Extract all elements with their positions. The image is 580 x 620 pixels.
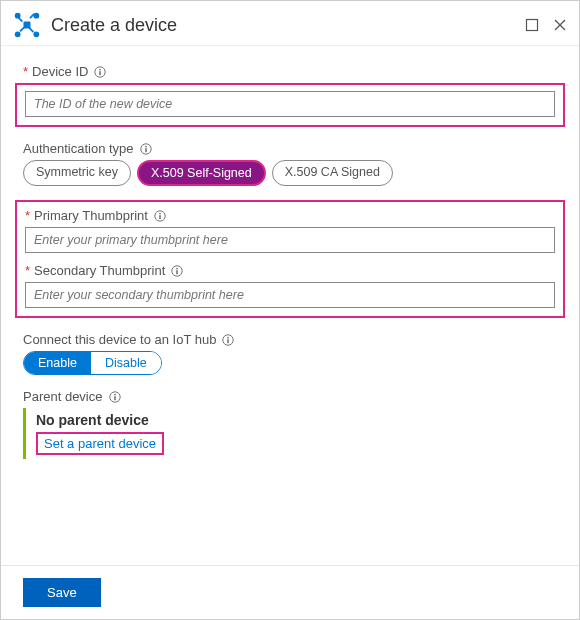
required-star: * <box>23 64 28 79</box>
info-icon[interactable] <box>94 66 106 78</box>
set-parent-device-link[interactable]: Set a parent device <box>36 432 164 455</box>
auth-option-symmetric[interactable]: Symmetric key <box>23 160 131 186</box>
info-icon[interactable] <box>222 334 234 346</box>
svg-point-19 <box>159 212 161 214</box>
svg-point-28 <box>114 393 116 395</box>
svg-point-22 <box>176 267 178 269</box>
save-button[interactable]: Save <box>23 578 101 607</box>
connect-disable[interactable]: Disable <box>91 352 161 374</box>
svg-rect-26 <box>228 339 230 343</box>
connect-enable[interactable]: Enable <box>24 352 91 374</box>
primary-thumbprint-input[interactable] <box>25 227 555 253</box>
svg-rect-17 <box>145 148 147 152</box>
svg-rect-9 <box>527 20 538 31</box>
required-star: * <box>25 263 30 278</box>
close-icon[interactable] <box>553 18 567 32</box>
device-id-label: * Device ID <box>23 64 557 79</box>
info-icon[interactable] <box>140 143 152 155</box>
maximize-icon[interactable] <box>525 18 539 32</box>
parent-device-block: No parent device Set a parent device <box>23 408 557 459</box>
svg-rect-23 <box>177 270 179 274</box>
connect-hub-toggle: Enable Disable <box>23 351 162 375</box>
svg-point-2 <box>33 13 39 19</box>
device-id-input[interactable] <box>25 91 555 117</box>
parent-device-row: Parent device No parent device Set a par… <box>23 389 557 459</box>
svg-point-13 <box>100 68 102 70</box>
iot-hub-icon <box>13 11 41 39</box>
svg-rect-20 <box>159 215 161 219</box>
auth-type-row: Authentication type Symmetric key X.509 … <box>23 141 557 186</box>
svg-point-16 <box>145 145 147 147</box>
svg-rect-29 <box>114 396 116 400</box>
svg-rect-14 <box>100 71 102 75</box>
svg-point-3 <box>15 31 21 37</box>
auth-option-x509-self[interactable]: X.509 Self-Signed <box>137 160 266 186</box>
svg-point-4 <box>33 31 39 37</box>
info-icon[interactable] <box>154 210 166 222</box>
required-star: * <box>25 208 30 223</box>
svg-rect-5 <box>18 17 23 22</box>
secondary-thumbprint-label: * Secondary Thumbprint <box>25 263 555 278</box>
primary-thumbprint-label: * Primary Thumbprint <box>25 208 555 223</box>
svg-rect-7 <box>19 27 24 32</box>
info-icon[interactable] <box>171 265 183 277</box>
thumbprint-highlight: * Primary Thumbprint * Secondary Thumbpr… <box>15 200 565 318</box>
connect-hub-label: Connect this device to an IoT hub <box>23 332 557 347</box>
svg-rect-8 <box>29 27 34 32</box>
secondary-thumbprint-input[interactable] <box>25 282 555 308</box>
connect-hub-row: Connect this device to an IoT hub Enable… <box>23 332 557 375</box>
svg-point-25 <box>228 336 230 338</box>
auth-type-label: Authentication type <box>23 141 557 156</box>
parent-device-none: No parent device <box>36 412 557 428</box>
dialog-content: * Device ID Authentication type Symmetri… <box>1 46 579 459</box>
dialog-title: Create a device <box>51 15 511 36</box>
auth-option-x509-ca[interactable]: X.509 CA Signed <box>272 160 393 186</box>
device-id-highlight <box>15 83 565 127</box>
dialog-header: Create a device <box>1 1 579 46</box>
parent-device-label: Parent device <box>23 389 557 404</box>
info-icon[interactable] <box>109 391 121 403</box>
svg-rect-0 <box>24 22 31 29</box>
auth-type-group: Symmetric key X.509 Self-Signed X.509 CA… <box>23 160 557 186</box>
dialog-footer: Save <box>1 565 579 619</box>
